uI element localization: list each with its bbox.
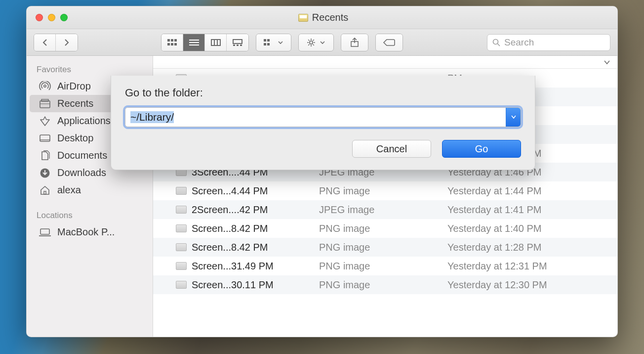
go-to-folder-sheet: Go to the folder: Cancel Go	[111, 76, 535, 170]
table-row[interactable]: 2Screen....42 PMJPEG imageYesterday at 1…	[153, 200, 617, 219]
tags-button-group	[375, 34, 403, 51]
file-thumbnail-icon	[176, 281, 187, 289]
file-name: 2Screen....42 PM	[192, 204, 268, 216]
file-name: Screen...8.42 PM	[192, 223, 268, 234]
file-thumbnail-icon	[176, 224, 187, 232]
svg-rect-18	[264, 43, 266, 45]
sidebar-item-label: alexa	[57, 184, 81, 196]
nav-buttons	[34, 34, 78, 51]
go-to-folder-input[interactable]	[125, 108, 506, 127]
list-view-button[interactable]	[183, 34, 205, 51]
svg-point-30	[493, 39, 498, 44]
svg-rect-17	[267, 39, 270, 42]
svg-line-25	[308, 40, 309, 41]
search-icon	[492, 39, 500, 46]
minimize-window-button[interactable]	[48, 14, 55, 21]
svg-rect-16	[264, 39, 266, 42]
svg-line-26	[313, 44, 314, 45]
action-button[interactable]	[299, 34, 333, 51]
svg-rect-13	[233, 44, 235, 46]
recents-icon	[298, 14, 308, 22]
svg-rect-15	[240, 44, 242, 46]
back-button[interactable]	[34, 34, 56, 51]
sheet-buttons: Cancel Go	[125, 140, 521, 158]
file-name-cell: Screen...30.11 PM	[176, 279, 319, 291]
file-name: Screen...31.49 PM	[192, 261, 274, 272]
arrange-button-group	[256, 34, 291, 51]
table-row[interactable]: Screen...30.11 PMPNG imageYesterday at 1…	[153, 275, 617, 294]
file-name: Screen...8.42 PM	[192, 242, 268, 253]
file-date: Yesterday at 1:40 PM	[447, 223, 617, 234]
file-date: Yesterday at 12:31 PM	[447, 261, 617, 272]
svg-rect-0	[167, 39, 170, 42]
icon-view-button[interactable]	[161, 34, 183, 51]
svg-rect-33	[40, 101, 50, 108]
titlebar: Recents	[27, 6, 617, 29]
file-name-cell: Screen...4.44 PM	[176, 185, 319, 197]
file-thumbnail-icon	[176, 262, 187, 270]
cancel-button[interactable]: Cancel	[352, 140, 431, 158]
svg-rect-40	[40, 229, 49, 234]
svg-line-27	[308, 44, 309, 45]
sidebar-item-home[interactable]: alexa	[30, 181, 150, 199]
svg-rect-9	[211, 40, 220, 45]
svg-line-28	[313, 40, 314, 41]
view-buttons	[161, 34, 249, 51]
chevron-down-icon	[604, 60, 610, 65]
file-kind: PNG image	[319, 279, 447, 291]
file-thumbnail-icon	[176, 243, 187, 251]
share-button[interactable]	[341, 34, 368, 51]
sidebar-section-locations: Locations	[27, 209, 153, 223]
share-button-group	[341, 34, 368, 51]
svg-rect-3	[167, 43, 170, 45]
action-button-group	[298, 34, 334, 51]
documents-icon	[39, 150, 51, 161]
svg-rect-5	[174, 43, 177, 45]
column-view-button[interactable]	[205, 34, 227, 51]
table-row[interactable]: Screen...31.49 PMPNG imageYesterday at 1…	[153, 257, 617, 275]
file-kind: PNG image	[319, 223, 447, 234]
forward-button[interactable]	[56, 34, 78, 51]
gallery-view-button[interactable]	[227, 34, 248, 51]
file-date: Yesterday at 1:28 PM	[447, 242, 617, 253]
svg-rect-7	[189, 42, 199, 43]
go-button[interactable]: Go	[442, 140, 521, 158]
tags-button[interactable]	[376, 34, 402, 51]
arrange-button[interactable]	[256, 34, 291, 51]
zoom-window-button[interactable]	[60, 14, 68, 21]
column-header-bar[interactable]	[153, 56, 617, 69]
go-to-folder-combo	[125, 107, 521, 127]
svg-rect-36	[40, 135, 50, 141]
table-row[interactable]: Screen...4.44 PMPNG imageYesterday at 1:…	[153, 181, 617, 200]
toolbar: Search	[27, 29, 617, 56]
svg-rect-12	[233, 40, 242, 44]
window-title: Recents	[312, 12, 348, 23]
sidebar-item-label: Applications	[57, 115, 111, 127]
file-kind: PNG image	[319, 261, 447, 272]
close-window-button[interactable]	[36, 14, 43, 21]
go-to-folder-dropdown[interactable]	[506, 108, 521, 127]
table-row[interactable]: Screen...8.42 PMPNG imageYesterday at 1:…	[153, 219, 617, 238]
svg-line-31	[498, 44, 500, 46]
sidebar-item-label: Desktop	[57, 133, 93, 144]
svg-rect-14	[237, 44, 239, 46]
file-name: Screen...30.11 PM	[192, 279, 274, 291]
chevron-down-icon	[511, 115, 516, 119]
sidebar-item-label: Downloads	[57, 167, 106, 178]
table-row[interactable]: Screen...8.42 PMPNG imageYesterday at 1:…	[153, 238, 617, 257]
sidebar-item-label: AirDrop	[57, 81, 91, 92]
traffic-lights	[36, 14, 68, 21]
file-name: Screen...4.44 PM	[192, 185, 268, 197]
svg-rect-8	[189, 44, 199, 45]
file-name-cell: 2Screen....42 PM	[176, 204, 319, 216]
file-kind: PNG image	[319, 242, 447, 253]
desktop-icon	[39, 133, 51, 144]
svg-point-20	[310, 41, 313, 44]
svg-rect-6	[189, 40, 199, 41]
search-field[interactable]: Search	[487, 34, 610, 51]
sidebar-item-label: Documents	[57, 150, 107, 161]
svg-rect-1	[171, 39, 173, 42]
svg-rect-2	[174, 39, 177, 42]
sidebar-item-computer[interactable]: MacBook P...	[30, 223, 150, 241]
svg-rect-4	[171, 43, 173, 45]
